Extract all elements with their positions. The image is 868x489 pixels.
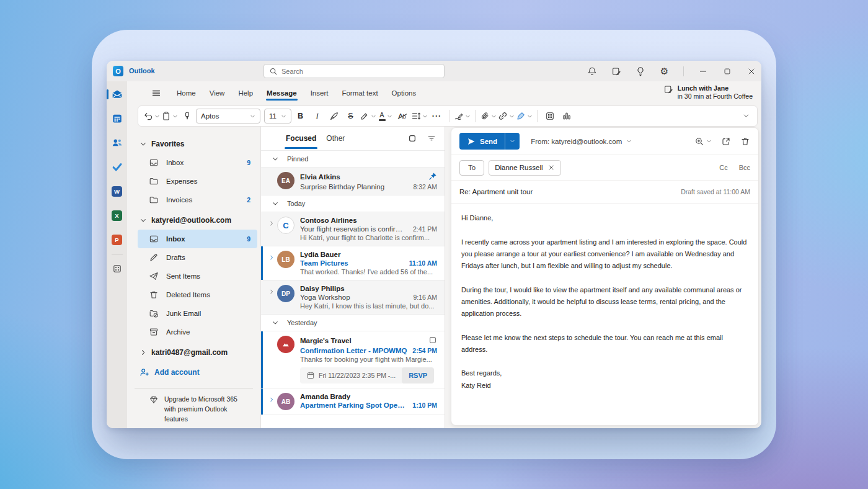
rail-word-button[interactable]: W bbox=[111, 185, 123, 197]
group-header-pinned[interactable]: Pinned bbox=[261, 151, 445, 168]
clear-formatting-button[interactable]: Ab bbox=[394, 108, 410, 124]
rail-excel-button[interactable]: X bbox=[111, 209, 123, 222]
message-row-contoso-airlines[interactable]: C Contoso Airlines Your flight reservati… bbox=[261, 212, 445, 246]
hamburger-menu-button[interactable] bbox=[149, 86, 164, 101]
maximize-button[interactable] bbox=[722, 66, 732, 76]
folder-inbox[interactable]: Inbox 9 bbox=[138, 230, 257, 248]
folder-favorites-inbox[interactable]: Inbox 9 bbox=[138, 153, 257, 172]
cc-button[interactable]: Cc bbox=[719, 164, 727, 171]
inbox-icon bbox=[149, 234, 159, 244]
discard-draft-button[interactable] bbox=[740, 137, 750, 146]
folder-sent-items[interactable]: Sent Items bbox=[138, 267, 257, 285]
folder-expenses[interactable]: Expenses bbox=[138, 172, 257, 191]
highlight-color-button[interactable] bbox=[360, 108, 376, 124]
folder-junk-email[interactable]: Junk Email bbox=[138, 304, 257, 323]
rsvp-button[interactable]: RSVP bbox=[402, 367, 434, 384]
rail-todo-button[interactable] bbox=[111, 161, 123, 173]
apps-button[interactable] bbox=[542, 108, 557, 124]
tab-other[interactable]: Other bbox=[321, 128, 350, 149]
tab-help[interactable]: Help bbox=[231, 86, 260, 101]
font-name-select[interactable]: Aptos bbox=[196, 109, 260, 123]
app-rail: W X P bbox=[107, 81, 127, 428]
expand-chevron-icon[interactable] bbox=[268, 254, 275, 261]
account-outlook-header[interactable]: katyreid@outlook.com bbox=[127, 211, 260, 230]
notifications-button[interactable] bbox=[587, 66, 597, 76]
paste-button[interactable] bbox=[161, 108, 178, 124]
expand-chevron-icon[interactable] bbox=[268, 397, 275, 403]
formatting-toolbar: Aptos 11 B I S A Ab ··· bbox=[138, 105, 758, 127]
minimize-button[interactable] bbox=[698, 66, 708, 76]
tab-view[interactable]: View bbox=[203, 86, 232, 101]
send-button[interactable]: Send bbox=[459, 133, 505, 150]
message-row-elvia-atkins[interactable]: EA Elvia Atkins Surprise Birthday Planni… bbox=[261, 168, 445, 195]
message-body-editor[interactable]: Hi Dianne, I recently came across your a… bbox=[451, 204, 758, 400]
message-row-daisy-philips[interactable]: DP Daisy Philips Yoga Workshop 9:16 AM H… bbox=[261, 280, 445, 315]
close-button[interactable] bbox=[746, 66, 756, 76]
select-checkbox[interactable] bbox=[428, 336, 437, 346]
settings-button[interactable]: ⚙ bbox=[659, 66, 670, 76]
rail-calendar-button[interactable] bbox=[111, 112, 123, 125]
bcc-button[interactable]: Bcc bbox=[739, 164, 750, 171]
ribbon-expand-button[interactable] bbox=[743, 112, 750, 120]
rail-more-apps-button[interactable] bbox=[111, 262, 123, 275]
bold-button[interactable]: B bbox=[293, 108, 308, 124]
open-in-new-window-button[interactable] bbox=[721, 137, 731, 146]
tips-button[interactable] bbox=[635, 66, 645, 76]
tab-format-text[interactable]: Format text bbox=[335, 86, 384, 101]
draw-ink-button[interactable] bbox=[516, 108, 533, 124]
send-options-button[interactable] bbox=[505, 133, 520, 150]
rail-powerpoint-button[interactable]: P bbox=[111, 233, 123, 246]
meeting-reminder[interactable]: Lunch with Jane in 30 min at Fourth Coff… bbox=[663, 84, 753, 100]
insert-link-button[interactable] bbox=[498, 108, 515, 124]
tab-options[interactable]: Options bbox=[385, 86, 423, 101]
add-account-button[interactable]: Add account bbox=[127, 362, 260, 383]
rail-people-button[interactable] bbox=[111, 137, 123, 149]
clear-brush-button[interactable] bbox=[326, 108, 342, 124]
remove-recipient-icon[interactable] bbox=[547, 164, 555, 171]
to-button[interactable]: To bbox=[459, 160, 484, 176]
filter-icon[interactable] bbox=[427, 134, 436, 143]
font-color-button[interactable]: A bbox=[378, 108, 393, 124]
from-selector[interactable]: From: katyreid@outlook.com bbox=[531, 138, 632, 145]
favorites-section-header[interactable]: Favorites bbox=[127, 135, 260, 153]
select-all-icon[interactable] bbox=[408, 134, 417, 143]
group-header-today[interactable]: Today bbox=[261, 195, 445, 212]
line-spacing-button[interactable] bbox=[411, 108, 428, 124]
message-row-margies-travel[interactable]: Margie's Travel Confirmation Letter - MP… bbox=[261, 331, 445, 388]
folder-pane-divider bbox=[135, 388, 253, 388]
expand-chevron-icon[interactable] bbox=[268, 220, 275, 227]
signature-button[interactable] bbox=[454, 108, 471, 124]
premium-gem-icon bbox=[149, 395, 159, 405]
tab-insert[interactable]: Insert bbox=[304, 86, 335, 101]
zoom-button[interactable] bbox=[694, 137, 712, 146]
format-painter-button[interactable] bbox=[179, 108, 195, 124]
folder-invoices[interactable]: Invoices 2 bbox=[138, 191, 257, 209]
message-row-amanda-brady[interactable]: AB Amanda Brady Apartment Parking Spot O… bbox=[261, 388, 445, 415]
attach-file-button[interactable] bbox=[480, 108, 497, 124]
message-row-lydia-bauer[interactable]: LB Lydia Bauer Team Pictures 11:10 AM Th… bbox=[261, 246, 445, 280]
insert-chart-button[interactable] bbox=[559, 108, 574, 124]
search-input[interactable] bbox=[281, 68, 439, 75]
pin-icon[interactable] bbox=[428, 172, 437, 182]
undo-button[interactable] bbox=[143, 108, 160, 124]
expand-chevron-icon[interactable] bbox=[268, 289, 275, 295]
archive-icon bbox=[149, 327, 159, 337]
recipient-chip[interactable]: Dianne Russell bbox=[489, 160, 560, 176]
tab-home[interactable]: Home bbox=[170, 86, 203, 101]
more-formatting-button[interactable]: ··· bbox=[429, 108, 445, 124]
notes-button[interactable] bbox=[611, 66, 621, 76]
upgrade-promo[interactable]: Upgrade to Microsoft 365 with premium Ou… bbox=[127, 395, 260, 424]
font-size-select[interactable]: 11 bbox=[264, 109, 291, 123]
folder-archive[interactable]: Archive bbox=[138, 323, 257, 341]
italic-button[interactable]: I bbox=[309, 108, 325, 124]
tab-focused[interactable]: Focused bbox=[281, 128, 321, 149]
rail-mail-button[interactable] bbox=[111, 88, 123, 101]
strikethrough-button[interactable]: S bbox=[343, 108, 358, 124]
folder-drafts[interactable]: Drafts bbox=[138, 248, 257, 267]
account-gmail-header[interactable]: katri0487@gmail.com bbox=[127, 343, 260, 362]
group-header-yesterday[interactable]: Yesterday bbox=[261, 315, 445, 331]
subject-field[interactable]: Re: Apartment unit tour bbox=[459, 188, 533, 195]
tab-message[interactable]: Message bbox=[260, 86, 304, 101]
folder-deleted-items[interactable]: Deleted Items bbox=[138, 285, 257, 304]
search-box[interactable] bbox=[264, 64, 445, 78]
